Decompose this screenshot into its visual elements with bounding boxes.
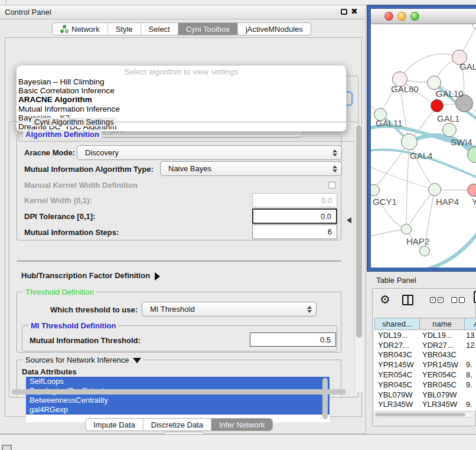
node-label: GAL80 [391,84,419,94]
manual-kernel-label: Manual Kernel Width Definition [24,181,138,190]
control-panel-titlebar: Control Panel ✖ [0,5,366,19]
tab-style[interactable]: Style [108,23,141,35]
algorithm-definition-group: Algorithm Definition Aracne Mode: Discov… [17,134,341,240]
which-threshold-combo[interactable]: MI Threshold [142,302,317,317]
list-scrollbar-thumb[interactable] [322,378,328,419]
node-label: Y [472,197,476,207]
table-row[interactable]: YIL052CYIL052C9 [374,409,476,410]
float-window-icon[interactable] [341,9,347,15]
table-row[interactable]: YLR345WYLR345W9. [374,400,476,410]
close-icon[interactable]: ✖ [351,6,358,16]
node-gal1-red[interactable] [431,99,444,112]
collapse-down-icon [133,358,141,363]
gear-icon[interactable]: ⚙ [380,294,390,305]
node-gal4[interactable] [401,133,418,150]
node-label: SWI4 [451,137,472,147]
dropdown-item-aracne[interactable]: ARACNE Algorithm [17,95,346,104]
hub-definition-toggle[interactable]: Hub/Transcription Factor Definition [21,271,160,281]
mi-threshold-input[interactable]: 0.5 [250,332,336,347]
node-salmon[interactable] [467,184,476,197]
table-hscrollbar[interactable] [374,412,475,418]
list-item[interactable]: SelfLoops [26,377,330,386]
column-header-partial[interactable]: A [465,318,476,330]
control-panel-tabbar: Network Style Select Cyni Toolbox jActiv… [52,22,311,35]
dropdown-item-mutual-information[interactable]: Mutual Information Inference [17,105,346,113]
mi-type-label: Mutual Information Algorithm Type: [24,165,154,174]
aracne-mode-combo[interactable]: Discovery [77,145,342,160]
sources-title[interactable]: Sources for Network Inference [23,356,144,364]
kernel-width-input[interactable]: 0.0 [252,193,337,207]
column-header-shared[interactable]: shared... [374,318,420,330]
table-hscrollbar-thumb[interactable] [376,413,465,416]
dropdown-item-bayesian-hill-climbing[interactable]: Bayesian – Hill Climbing [17,77,346,86]
checked-column-icon[interactable]: ✓ [438,297,444,303]
close-traffic-light[interactable] [384,12,393,21]
tab-impute-data[interactable]: Impute Data [86,419,144,431]
table-row[interactable]: YPR145WYPR145W9. [374,360,476,370]
settings-hscrollbar-thumb[interactable] [12,389,346,394]
node-label: HAP4 [436,197,459,207]
expand-right-icon [155,272,160,281]
column-header-name[interactable]: name [420,318,465,330]
network-view-window: GAL GAL80 GAL10 GAL1 GAL11 SWI4 GAL4 GCY… [367,5,476,272]
dpi-tolerance-label: DPI Tolerance [0,1]: [24,212,95,221]
checked-column-icon[interactable]: ✓ [430,297,436,303]
tab-infer-network[interactable]: Infer Network [211,419,272,431]
table-row[interactable]: YBL079WYBL079W [374,390,476,400]
tab-jactivemnodules[interactable]: jActiveMNodules [238,23,311,35]
data-attributes-list: SelfLoops TopologicalCoefficient Between… [26,377,330,422]
table-row[interactable]: YBR045CYBR045C9. [374,380,476,390]
unchecked-column-icon[interactable] [459,297,465,303]
top-edge-tick [6,0,6,4]
kernel-width-label: Kernel Width (0,1): [24,196,92,205]
settings-scrollbar[interactable] [354,125,363,392]
which-threshold-label: Which threshold to use: [50,305,138,314]
panel-corner-icon[interactable] [2,445,12,450]
table-row[interactable]: YER054CYER054C8. [374,370,476,380]
node-label: HAP2 [406,236,429,246]
cyni-algorithm-settings-group: Cyni Algorithm Settings Algorithm Defini… [9,122,358,397]
dropdown-prompt: Select algorithm to view settings [17,66,346,77]
zoom-traffic-light[interactable] [410,12,419,21]
node-partial-bottom[interactable] [419,246,430,256]
mi-type-combo[interactable]: Naive Bayes [160,161,342,176]
threshold-definition-title: Threshold Definition [23,288,96,296]
cyni-mode-tabbar: Impute Data Discretize Data Infer Networ… [85,418,273,431]
network-window-titlebar [371,9,476,24]
data-attributes-label: Data Attributes [22,367,77,376]
dpi-tolerance-input[interactable]: 0.0 [252,208,337,224]
minimize-traffic-light[interactable] [397,12,406,21]
combo-arrows-icon [307,306,312,313]
mi-steps-input[interactable]: 6 [252,224,337,239]
settings-scrollbar-thumb[interactable] [356,125,362,338]
bottom-strip [0,435,476,450]
control-panel-title: Control Panel [5,8,51,17]
tab-discretize-data[interactable]: Discretize Data [144,419,211,431]
table-row[interactable]: YDL19...YDL19...13 [374,330,476,340]
list-item[interactable]: gal4RGexp [26,405,330,415]
node-swi4[interactable] [442,123,457,137]
threshold-definition-group: Threshold Definition Which threshold to … [17,292,341,353]
node-label: GAL4 [410,151,432,161]
tab-cyni-toolbox[interactable]: Cyni Toolbox [178,23,238,35]
tab-network[interactable]: Network [53,23,108,35]
split-view-icon[interactable] [402,295,413,305]
node-hap4[interactable] [428,183,441,196]
table-row[interactable]: YBR043CYBR043C [374,350,476,360]
list-item[interactable]: BetweennessCentrality [26,396,330,405]
unchecked-column-icon[interactable] [451,297,457,303]
network-canvas[interactable]: GAL GAL80 GAL10 GAL1 GAL11 SWI4 GAL4 GCY… [371,24,476,268]
mi-threshold-title: MI Threshold Definition [28,321,118,330]
tab-select[interactable]: Select [141,23,178,35]
mi-steps-label: Mutual Information Steps: [24,228,119,237]
mi-threshold-label: Mutual Information Threshold: [30,336,141,345]
table-row[interactable]: YDR27...YDR27...12 [374,340,476,350]
dropdown-item-basic-correlation[interactable]: Basic Correlation Inference [17,86,346,95]
table-body: YDL19...YDL19...13 YDR27...YDR27...12 YB… [374,330,476,410]
node-label: GAL1 [437,113,459,123]
node-gal10[interactable] [427,76,441,90]
manual-kernel-checkbox[interactable] [328,181,336,189]
node-hap2[interactable] [401,224,412,234]
document-icon[interactable] [474,291,476,303]
combo-arrows-icon [332,149,337,156]
